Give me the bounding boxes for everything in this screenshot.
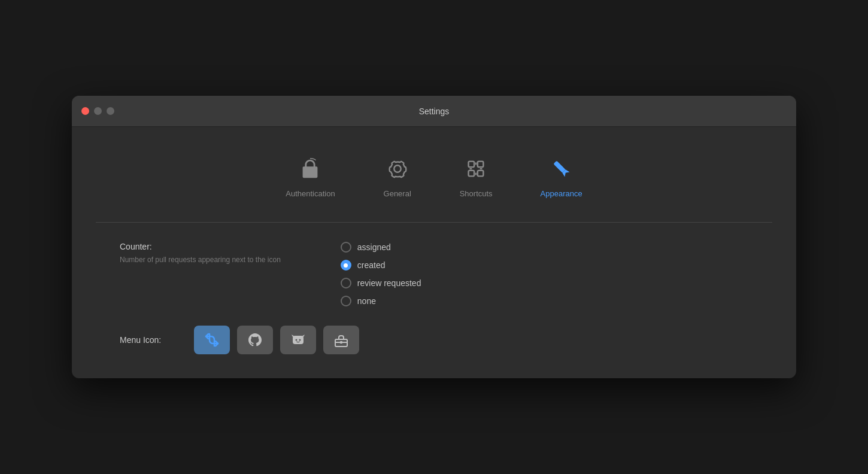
menu-icon-mona-button[interactable] — [280, 326, 316, 354]
counter-description: Number of pull requests appearing next t… — [120, 255, 281, 265]
radio-assigned-label: assigned — [357, 242, 391, 252]
traffic-lights — [81, 107, 114, 115]
authentication-label: Authentication — [286, 189, 335, 198]
menu-icon-section: Menu Icon: — [96, 326, 772, 354]
radio-created-circle — [341, 260, 351, 271]
shortcuts-icon — [462, 154, 490, 183]
svg-rect-2 — [469, 171, 475, 177]
authentication-icon — [296, 154, 324, 183]
tab-divider — [96, 222, 772, 223]
svg-rect-1 — [478, 162, 484, 168]
settings-content: Authentication General — [72, 127, 796, 378]
settings-window: Settings Authentication — [72, 96, 796, 378]
radio-none[interactable]: none — [341, 296, 421, 306]
svg-point-11 — [296, 339, 298, 341]
svg-rect-0 — [469, 162, 475, 168]
svg-rect-15 — [340, 341, 342, 344]
counter-radio-group: assigned created review requested none — [341, 242, 421, 306]
window-title: Settings — [419, 107, 450, 116]
svg-point-12 — [299, 339, 301, 341]
counter-section: Counter: Number of pull requests appeari… — [96, 242, 772, 306]
titlebar: Settings — [72, 96, 796, 127]
radio-created[interactable]: created — [341, 260, 421, 271]
tab-bar: Authentication General — [96, 145, 772, 208]
tab-authentication[interactable]: Authentication — [262, 145, 359, 208]
tab-shortcuts[interactable]: Shortcuts — [436, 145, 517, 208]
radio-review-requested-label: review requested — [357, 278, 421, 288]
radio-review-requested-circle — [341, 278, 351, 288]
tab-appearance[interactable]: Appearance — [517, 145, 606, 208]
appearance-label: Appearance — [541, 189, 582, 198]
close-button[interactable] — [81, 107, 89, 115]
appearance-icon — [547, 154, 576, 183]
general-label: General — [384, 189, 411, 198]
menu-icon-toolbox-button[interactable] — [323, 326, 359, 354]
counter-label-group: Counter: Number of pull requests appeari… — [120, 242, 281, 265]
radio-assigned[interactable]: assigned — [341, 242, 421, 253]
radio-none-circle — [341, 296, 351, 306]
radio-assigned-circle — [341, 242, 351, 253]
menu-icon-label: Menu Icon: — [120, 335, 180, 345]
general-icon — [383, 154, 412, 183]
minimize-button[interactable] — [94, 107, 102, 115]
radio-created-label: created — [357, 260, 386, 270]
svg-rect-10 — [293, 336, 304, 344]
radio-none-label: none — [357, 296, 376, 306]
tab-general[interactable]: General — [359, 145, 436, 208]
shortcuts-label: Shortcuts — [460, 189, 493, 198]
maximize-button[interactable] — [107, 107, 114, 115]
menu-icon-github-button[interactable] — [237, 326, 273, 354]
menu-icon-buttons — [194, 326, 359, 354]
radio-review-requested[interactable]: review requested — [341, 278, 421, 288]
counter-label: Counter: — [120, 242, 281, 251]
svg-rect-3 — [478, 171, 484, 177]
menu-icon-pr-button[interactable] — [194, 326, 230, 354]
